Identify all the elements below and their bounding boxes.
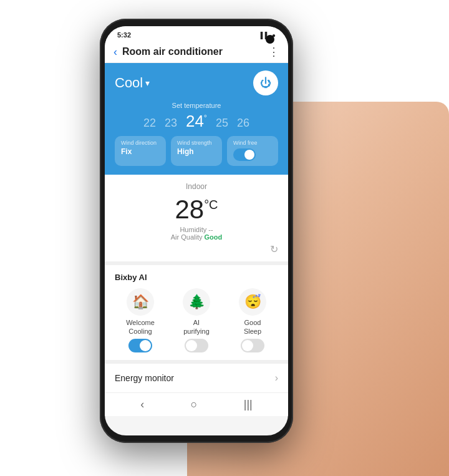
indoor-temp-unit: °C: [204, 198, 218, 211]
air-quality-value: Good: [205, 233, 223, 241]
energy-monitor-section[interactable]: Energy monitor ›: [105, 364, 288, 392]
toggle-thumb: [242, 340, 253, 351]
indoor-air-quality: Air Quality Good: [115, 233, 278, 241]
welcome-cooling-icon: 🏠: [127, 288, 154, 316]
side-button-left-3: [100, 184, 100, 215]
set-temp-label: Set temperature: [115, 102, 278, 109]
temp-26[interactable]: 26: [237, 117, 249, 130]
power-button[interactable]: ⏻: [253, 70, 278, 95]
top-bar: ‹ Room air conditioner ⋮: [105, 41, 288, 63]
wind-strength-value: High: [177, 147, 216, 156]
nav-recent-button[interactable]: |||: [244, 398, 253, 411]
welcome-cooling-label: WelcomeCooling: [126, 318, 155, 336]
status-bar: 5:32 ▌▌ ●: [105, 26, 288, 41]
air-quality-label: Air Quality: [171, 233, 203, 241]
controls-row: Wind direction Fix Wind strength High Wi…: [115, 136, 278, 166]
temperature-row: 22 23 24° 25 26: [115, 112, 278, 131]
toggle-thumb: [186, 340, 197, 351]
wind-strength-label: Wind strength: [177, 140, 216, 146]
wind-direction-control[interactable]: Wind direction Fix: [115, 136, 166, 166]
mode-label[interactable]: Cool ▾: [115, 75, 150, 91]
energy-monitor-arrow: ›: [275, 372, 278, 384]
indoor-title: Indoor: [115, 182, 278, 191]
mode-dropdown-arrow: ▾: [145, 78, 150, 88]
back-button[interactable]: ‹: [113, 46, 117, 59]
side-button-left-2: [100, 143, 100, 175]
temp-24-active[interactable]: 24°: [186, 112, 207, 131]
bixby-items: 🏠 WelcomeCooling 🌲 AIpurifying: [115, 288, 278, 352]
temp-25[interactable]: 25: [216, 117, 228, 130]
wind-free-label: Wind free: [233, 140, 272, 146]
power-icon: ⏻: [260, 77, 271, 90]
bottom-navigation: ‹ ○ |||: [105, 392, 288, 416]
toggle-thumb: [244, 150, 254, 160]
page-title: Room air conditioner: [122, 46, 268, 57]
indoor-temp-value: 28: [175, 195, 204, 224]
bixby-item-ai-purifying: 🌲 AIpurifying: [171, 288, 222, 352]
bixby-title: Bixby AI: [115, 273, 278, 282]
ai-purifying-toggle[interactable]: [185, 339, 208, 352]
good-sleep-icon: 😴: [239, 288, 266, 316]
scene: 5:32 ▌▌ ● ‹ Room air conditioner ⋮ Cool …: [0, 0, 449, 476]
ai-purifying-icon: 🌲: [183, 288, 210, 316]
good-sleep-toggle[interactable]: [241, 339, 264, 352]
wind-free-control[interactable]: Wind free: [227, 136, 278, 166]
wind-direction-value: Fix: [121, 147, 160, 156]
control-area: Cool ▾ ⏻ Set temperature 22 23 24° 25 26: [105, 63, 288, 175]
temp-22[interactable]: 22: [143, 117, 156, 130]
nav-home-button[interactable]: ○: [191, 398, 198, 411]
energy-monitor-label: Energy monitor: [115, 373, 174, 383]
indoor-humidity: Humidity --: [115, 226, 278, 233]
temp-23[interactable]: 23: [165, 117, 177, 130]
mode-row: Cool ▾ ⏻: [115, 70, 278, 95]
indoor-temperature: 28°C: [115, 195, 278, 225]
temperature-section: Set temperature 22 23 24° 25 26: [115, 102, 278, 131]
status-time: 5:32: [117, 31, 131, 39]
welcome-cooling-toggle[interactable]: [128, 339, 152, 352]
side-button-left-1: [100, 112, 100, 131]
side-button-right: [292, 131, 293, 162]
ai-purifying-label: AIpurifying: [183, 318, 210, 336]
nav-back-button[interactable]: ‹: [140, 398, 144, 411]
mode-text: Cool: [115, 75, 143, 91]
refresh-button[interactable]: ↻: [115, 243, 278, 255]
degree-symbol: °: [204, 113, 207, 122]
wind-direction-label: Wind direction: [121, 140, 160, 146]
more-options-button[interactable]: ⋮: [268, 45, 279, 59]
toggle-thumb: [140, 340, 151, 351]
wind-strength-control[interactable]: Wind strength High: [171, 136, 222, 166]
bixby-section: Bixby AI 🏠 WelcomeCooling 🌲 AIpurifying: [105, 265, 288, 364]
bixby-item-good-sleep: 😴 GoodSleep: [227, 288, 278, 352]
wind-free-toggle[interactable]: [233, 148, 256, 161]
indoor-section: Indoor 28°C Humidity -- Air Quality Good…: [105, 175, 288, 265]
phone-screen: 5:32 ▌▌ ● ‹ Room air conditioner ⋮ Cool …: [105, 26, 288, 435]
camera-notch: [266, 35, 274, 44]
bixby-item-welcome-cooling: 🏠 WelcomeCooling: [115, 288, 166, 352]
phone-shell: 5:32 ▌▌ ● ‹ Room air conditioner ⋮ Cool …: [100, 19, 293, 443]
good-sleep-label: GoodSleep: [244, 318, 261, 336]
